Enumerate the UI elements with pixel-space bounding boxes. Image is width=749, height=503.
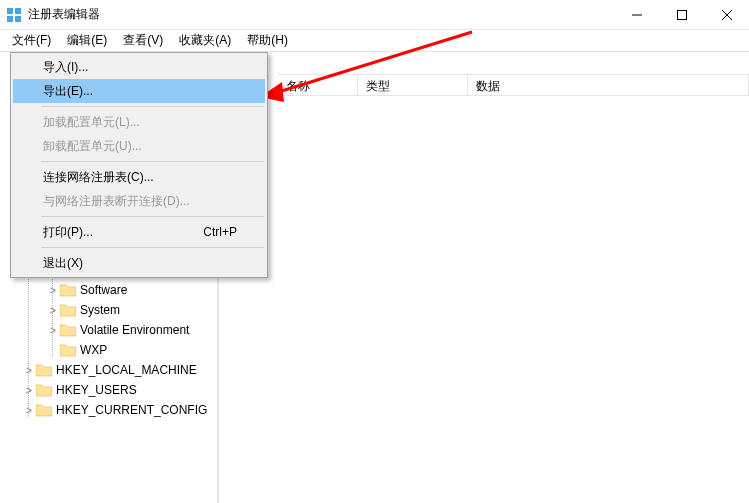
menu-connect-network-label: 连接网络注册表(C)... bbox=[43, 169, 154, 186]
file-menu-dropdown: 导入(I)... 导出(E)... 加载配置单元(L)... 卸载配置单元(U)… bbox=[10, 52, 268, 278]
listview-header: 名称 类型 数据 bbox=[278, 74, 749, 96]
tree-item-label: System bbox=[80, 303, 120, 317]
tree-item-label: HKEY_USERS bbox=[56, 383, 137, 397]
menu-export[interactable]: 导出(E)... bbox=[13, 79, 265, 103]
folder-icon bbox=[36, 403, 52, 417]
menu-favorites[interactable]: 收藏夹(A) bbox=[171, 30, 239, 51]
menu-help[interactable]: 帮助(H) bbox=[239, 30, 296, 51]
tree-item-label: Volatile Environment bbox=[80, 323, 189, 337]
menu-print-label: 打印(P)... bbox=[43, 224, 93, 241]
folder-icon bbox=[36, 383, 52, 397]
app-icon bbox=[6, 7, 22, 23]
menu-disconnect-network-label: 与网络注册表断开连接(D)... bbox=[43, 193, 190, 210]
menu-exit-label: 退出(X) bbox=[43, 255, 83, 272]
menu-edit[interactable]: 编辑(E) bbox=[59, 30, 115, 51]
menu-disconnect-network: 与网络注册表断开连接(D)... bbox=[13, 189, 265, 213]
tree-item-system[interactable]: > System bbox=[0, 300, 217, 320]
minimize-button[interactable] bbox=[614, 0, 659, 29]
tree-item-hku[interactable]: > HKEY_USERS bbox=[0, 380, 217, 400]
menu-print[interactable]: 打印(P)... Ctrl+P bbox=[13, 220, 265, 244]
svg-rect-4 bbox=[677, 10, 686, 19]
expand-icon[interactable]: > bbox=[46, 305, 60, 316]
menu-export-label: 导出(E)... bbox=[43, 83, 93, 100]
tree-item-software[interactable]: > Software bbox=[0, 280, 217, 300]
menu-bar: 文件(F) 编辑(E) 查看(V) 收藏夹(A) 帮助(H) bbox=[0, 30, 749, 52]
column-data[interactable]: 数据 bbox=[468, 75, 749, 95]
folder-icon bbox=[60, 283, 76, 297]
menu-unload-hive: 卸载配置单元(U)... bbox=[13, 134, 265, 158]
menu-separator bbox=[41, 216, 264, 217]
tree-item-label: HKEY_LOCAL_MACHINE bbox=[56, 363, 197, 377]
expand-icon[interactable]: > bbox=[46, 285, 60, 296]
folder-icon bbox=[36, 363, 52, 377]
tree-item-hklm[interactable]: > HKEY_LOCAL_MACHINE bbox=[0, 360, 217, 380]
menu-view[interactable]: 查看(V) bbox=[115, 30, 171, 51]
menu-unload-hive-label: 卸载配置单元(U)... bbox=[43, 138, 142, 155]
menu-import-label: 导入(I)... bbox=[43, 59, 88, 76]
menu-exit[interactable]: 退出(X) bbox=[13, 251, 265, 275]
menu-print-accel: Ctrl+P bbox=[203, 225, 237, 239]
svg-rect-0 bbox=[7, 8, 13, 14]
svg-rect-2 bbox=[7, 16, 13, 22]
close-button[interactable] bbox=[704, 0, 749, 29]
menu-connect-network[interactable]: 连接网络注册表(C)... bbox=[13, 165, 265, 189]
folder-icon bbox=[60, 303, 76, 317]
menu-load-hive-label: 加载配置单元(L)... bbox=[43, 114, 140, 131]
expand-icon bbox=[46, 345, 60, 356]
expand-icon[interactable]: > bbox=[22, 365, 36, 376]
tree-item-label: HKEY_CURRENT_CONFIG bbox=[56, 403, 207, 417]
menu-file[interactable]: 文件(F) bbox=[4, 30, 59, 51]
folder-icon bbox=[60, 343, 76, 357]
folder-icon bbox=[60, 323, 76, 337]
tree-item-volatile-environment[interactable]: > Volatile Environment bbox=[0, 320, 217, 340]
menu-load-hive: 加载配置单元(L)... bbox=[13, 110, 265, 134]
expand-icon[interactable]: > bbox=[22, 405, 36, 416]
registry-tree[interactable]: > Printers > Software > System > Volatil… bbox=[0, 258, 218, 503]
maximize-button[interactable] bbox=[659, 0, 704, 29]
column-type[interactable]: 类型 bbox=[358, 75, 468, 95]
tree-item-hkcc[interactable]: > HKEY_CURRENT_CONFIG bbox=[0, 400, 217, 420]
window-title: 注册表编辑器 bbox=[28, 6, 614, 23]
tree-item-label: Software bbox=[80, 283, 127, 297]
menu-separator bbox=[41, 106, 264, 107]
expand-icon[interactable]: > bbox=[46, 325, 60, 336]
tree-item-wxp[interactable]: WXP bbox=[0, 340, 217, 360]
tree-item-label: WXP bbox=[80, 343, 107, 357]
menu-import[interactable]: 导入(I)... bbox=[13, 55, 265, 79]
svg-rect-1 bbox=[15, 8, 21, 14]
menu-separator bbox=[41, 161, 264, 162]
menu-separator bbox=[41, 247, 264, 248]
expand-icon[interactable]: > bbox=[22, 385, 36, 396]
column-name[interactable]: 名称 bbox=[278, 75, 358, 95]
svg-rect-3 bbox=[15, 16, 21, 22]
